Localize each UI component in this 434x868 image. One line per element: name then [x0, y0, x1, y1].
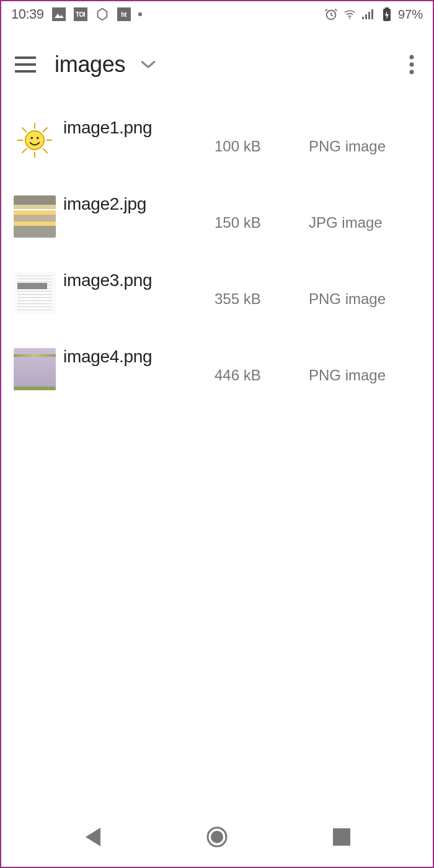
- chevron-down-icon: [140, 60, 156, 69]
- file-type: PNG image: [309, 290, 420, 308]
- svg-point-27: [37, 136, 39, 139]
- folder-title: images: [55, 51, 125, 78]
- file-name: image3.png: [63, 271, 207, 290]
- svg-point-30: [211, 831, 223, 843]
- toi-app-icon: TOI: [74, 7, 87, 21]
- file-row[interactable]: image1.png 100 kB PNG image: [14, 102, 420, 178]
- clock: 10:39: [11, 6, 44, 22]
- svg-rect-11: [15, 56, 36, 59]
- recents-button[interactable]: [329, 825, 354, 849]
- ht-app-icon: ht: [117, 7, 131, 21]
- battery-icon: [379, 7, 394, 22]
- file-name: image4.png: [63, 347, 207, 367]
- svg-rect-12: [15, 63, 36, 66]
- more-options-icon[interactable]: [404, 50, 419, 79]
- file-size: 355 kB: [215, 290, 301, 308]
- svg-point-14: [410, 55, 414, 60]
- svg-point-15: [410, 63, 414, 67]
- file-row[interactable]: image2.jpg 150 kB JPG image: [14, 178, 420, 254]
- file-name: image2.jpg: [63, 194, 207, 214]
- svg-rect-4: [362, 17, 364, 19]
- file-type: PNG image: [309, 138, 420, 155]
- file-size: 150 kB: [215, 214, 301, 231]
- svg-rect-7: [371, 9, 373, 19]
- file-size: 100 kB: [215, 138, 301, 155]
- svg-marker-28: [86, 828, 100, 846]
- back-button[interactable]: [80, 825, 105, 849]
- status-bar: 10:39 TOI ht 97%: [1, 1, 433, 27]
- svg-point-26: [30, 136, 33, 139]
- home-button[interactable]: [205, 825, 229, 849]
- svg-line-22: [43, 148, 48, 153]
- svg-rect-6: [368, 12, 370, 19]
- svg-rect-0: [52, 7, 66, 21]
- svg-point-16: [410, 70, 414, 74]
- svg-line-23: [22, 148, 27, 153]
- file-name: image1.png: [63, 118, 207, 138]
- file-thumbnail: [14, 119, 56, 161]
- file-row[interactable]: image4.png 446 kB PNG image: [14, 331, 420, 407]
- file-list: image1.png 100 kB PNG image image2.jpg 1…: [1, 102, 433, 407]
- file-row[interactable]: image3.png 355 kB PNG image: [14, 254, 420, 331]
- alarm-icon: [324, 7, 339, 22]
- svg-rect-8: [385, 7, 389, 9]
- s-app-icon: [95, 7, 110, 22]
- file-thumbnail: [14, 348, 56, 390]
- more-notifications-icon: [138, 12, 142, 16]
- svg-rect-31: [333, 828, 350, 846]
- svg-point-25: [25, 131, 44, 150]
- cell-signal-icon: [361, 7, 376, 22]
- file-type: PNG image: [309, 367, 420, 384]
- svg-line-21: [22, 127, 27, 132]
- battery-percentage: 97%: [398, 7, 423, 22]
- file-thumbnail: [14, 272, 56, 314]
- svg-rect-13: [15, 70, 36, 73]
- navigation-bar: [1, 817, 433, 857]
- gallery-app-icon: [51, 7, 66, 22]
- hamburger-menu-icon[interactable]: [15, 56, 36, 73]
- folder-title-dropdown[interactable]: images: [55, 51, 156, 78]
- wifi-icon: [342, 7, 357, 22]
- svg-line-24: [43, 127, 48, 132]
- file-type: JPG image: [309, 214, 420, 231]
- file-size: 446 kB: [215, 367, 301, 384]
- app-bar: images: [1, 27, 433, 102]
- file-thumbnail: [14, 195, 56, 238]
- svg-rect-5: [365, 14, 367, 19]
- svg-point-3: [349, 17, 350, 19]
